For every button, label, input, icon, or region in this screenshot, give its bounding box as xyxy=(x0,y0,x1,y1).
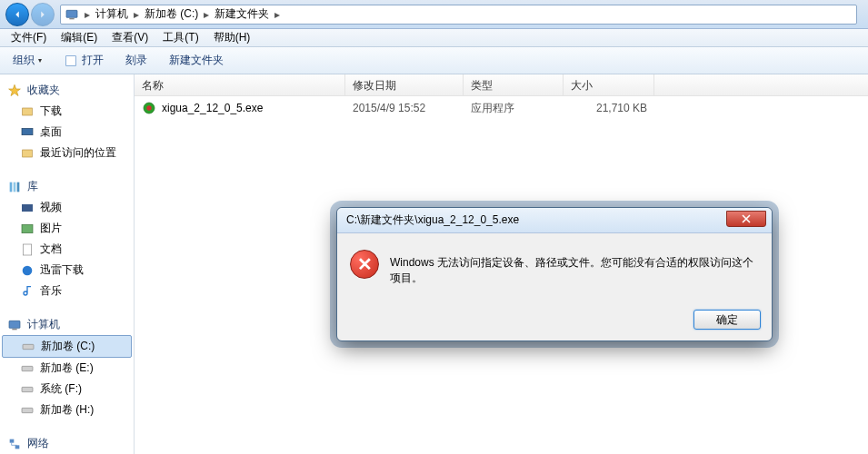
svg-rect-11 xyxy=(23,244,31,255)
organize-label: 组织 xyxy=(13,53,35,68)
svg-rect-5 xyxy=(23,150,33,157)
chevron-right-icon: ▸ xyxy=(132,8,141,21)
nav-label: 桌面 xyxy=(40,124,62,140)
sidebar-item-pictures[interactable]: 图片 xyxy=(0,218,134,239)
menu-edit[interactable]: 编辑(E) xyxy=(54,28,105,47)
menu-help[interactable]: 帮助(H) xyxy=(206,28,258,47)
sidebar-item-drive-f[interactable]: 系统 (F:) xyxy=(0,379,134,400)
sidebar-item-desktop[interactable]: 桌面 xyxy=(0,122,134,143)
forward-button[interactable] xyxy=(31,3,55,26)
col-name[interactable]: 名称 xyxy=(135,74,345,95)
nav-head-libraries[interactable]: 库 xyxy=(0,176,134,197)
open-button[interactable]: 打开 xyxy=(58,51,109,70)
nav-label: 新加卷 (H:) xyxy=(40,402,94,418)
cell-type: 应用程序 xyxy=(464,99,564,118)
video-icon xyxy=(20,201,35,215)
breadcrumb-part[interactable]: 新加卷 (C:) xyxy=(141,6,202,22)
sidebar-item-music[interactable]: 音乐 xyxy=(0,281,134,301)
nav-group-libraries: 库 视频 图片 文档 迅雷下载 音乐 xyxy=(0,176,134,301)
svg-rect-10 xyxy=(22,224,33,232)
drive-icon xyxy=(20,382,35,397)
svg-rect-6 xyxy=(10,182,13,192)
chevron-right-icon: ▸ xyxy=(273,8,282,21)
svg-rect-1 xyxy=(69,18,74,19)
nav-buttons xyxy=(5,3,55,26)
svg-rect-17 xyxy=(22,387,33,391)
recent-icon xyxy=(20,146,35,161)
burn-label: 刻录 xyxy=(125,53,147,68)
nav-label: 下载 xyxy=(40,104,62,119)
back-button[interactable] xyxy=(5,3,29,26)
sidebar-item-video[interactable]: 视频 xyxy=(0,197,134,218)
table-row[interactable]: xigua_2_12_0_5.exe 2015/4/9 15:52 应用程序 2… xyxy=(135,98,868,118)
close-button[interactable] xyxy=(726,211,766,227)
dialog-title: C:\新建文件夹\xigua_2_12_0_5.exe xyxy=(343,212,726,228)
music-icon xyxy=(20,284,35,299)
error-dialog: C:\新建文件夹\xigua_2_12_0_5.exe ✕ Windows 无法… xyxy=(336,207,773,341)
svg-rect-8 xyxy=(17,182,20,192)
sidebar-item-recent[interactable]: 最近访问的位置 xyxy=(0,143,134,163)
nav-label: 迅雷下载 xyxy=(40,262,84,278)
nav-head-network[interactable]: 网络 xyxy=(0,433,134,454)
breadcrumb[interactable]: ▸ 计算机 ▸ 新加卷 (C:) ▸ 新建文件夹 ▸ xyxy=(60,5,857,25)
sidebar-item-drive-e[interactable]: 新加卷 (E:) xyxy=(0,358,134,379)
svg-rect-14 xyxy=(12,329,16,330)
svg-rect-9 xyxy=(22,204,33,212)
svg-rect-13 xyxy=(9,321,20,328)
sidebar-item-drive-c[interactable]: 新加卷 (C:) xyxy=(2,335,132,358)
download-icon xyxy=(20,104,35,119)
nav-group-computer: 计算机 新加卷 (C:) 新加卷 (E:) 系统 (F:) 新加卷 (H:) xyxy=(0,314,134,420)
exe-icon xyxy=(142,101,156,115)
sidebar-item-documents[interactable]: 文档 xyxy=(0,239,134,260)
burn-button[interactable]: 刻录 xyxy=(120,51,153,70)
menu-view[interactable]: 查看(V) xyxy=(105,28,155,47)
nav-label: 图片 xyxy=(40,221,62,236)
svg-rect-18 xyxy=(22,408,33,412)
col-date[interactable]: 修改日期 xyxy=(345,74,464,95)
svg-rect-16 xyxy=(22,366,33,370)
drive-icon xyxy=(21,340,35,354)
new-folder-label: 新建文件夹 xyxy=(169,53,224,68)
svg-rect-4 xyxy=(22,128,33,134)
menu-bar: 文件(F) 编辑(E) 查看(V) 工具(T) 帮助(H) xyxy=(0,29,868,47)
cell-date: 2015/4/9 15:52 xyxy=(345,100,464,116)
col-type[interactable]: 类型 xyxy=(464,74,564,95)
nav-label: 音乐 xyxy=(40,283,62,299)
new-folder-button[interactable]: 新建文件夹 xyxy=(164,51,229,70)
col-size[interactable]: 大小 xyxy=(564,74,654,95)
sidebar-item-xunlei[interactable]: 迅雷下载 xyxy=(0,260,134,281)
sidebar-item-downloads[interactable]: 下载 xyxy=(0,101,134,122)
nav-label: 系统 (F:) xyxy=(40,381,82,397)
navigation-pane: 收藏夹 下载 桌面 最近访问的位置 库 视频 xyxy=(0,74,135,454)
network-icon xyxy=(7,437,22,451)
picture-icon xyxy=(20,222,35,236)
sidebar-item-drive-h[interactable]: 新加卷 (H:) xyxy=(0,400,134,420)
file-rows: xigua_2_12_0_5.exe 2015/4/9 15:52 应用程序 2… xyxy=(135,96,868,120)
svg-rect-3 xyxy=(23,108,33,115)
nav-label: 新加卷 (C:) xyxy=(41,339,95,354)
open-icon xyxy=(64,54,78,68)
menu-tools[interactable]: 工具(T) xyxy=(155,28,205,47)
svg-rect-20 xyxy=(15,445,20,449)
nav-head-computer[interactable]: 计算机 xyxy=(0,314,134,335)
dialog-footer: 确定 xyxy=(337,302,772,340)
menu-file[interactable]: 文件(F) xyxy=(4,28,54,47)
dialog-titlebar[interactable]: C:\新建文件夹\xigua_2_12_0_5.exe xyxy=(337,208,772,233)
nav-label: 收藏夹 xyxy=(27,83,60,98)
star-icon xyxy=(7,84,22,98)
computer-icon xyxy=(65,7,79,22)
nav-head-favorites[interactable]: 收藏夹 xyxy=(0,80,134,101)
breadcrumb-part[interactable]: 新建文件夹 xyxy=(211,6,273,22)
drive-icon xyxy=(20,403,35,418)
nav-label: 视频 xyxy=(40,200,62,215)
nav-label: 新加卷 (E:) xyxy=(40,360,94,376)
breadcrumb-part[interactable]: 计算机 xyxy=(92,6,132,22)
nav-group-network: 网络 xyxy=(0,433,134,454)
cell-name: xigua_2_12_0_5.exe xyxy=(135,99,345,117)
organize-button[interactable]: 组织 ▾ xyxy=(7,51,47,70)
column-headers: 名称 修改日期 类型 大小 xyxy=(135,74,868,96)
svg-point-12 xyxy=(23,265,33,275)
desktop-icon xyxy=(20,125,35,140)
chevron-right-icon: ▸ xyxy=(83,8,92,21)
ok-button[interactable]: 确定 xyxy=(693,310,761,330)
